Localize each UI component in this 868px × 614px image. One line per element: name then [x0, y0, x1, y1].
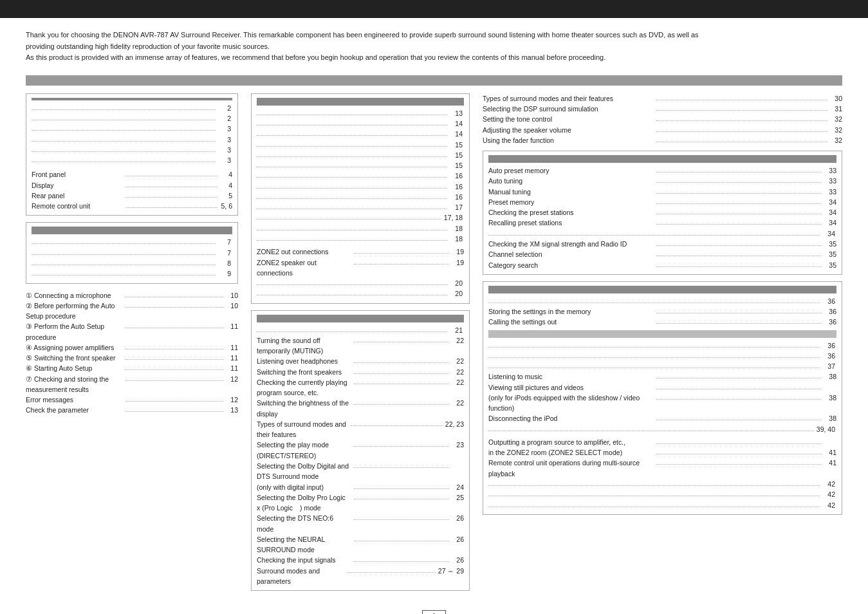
toc-auto-tuning: Auto tuning 33	[488, 176, 836, 186]
section3-autosetup: ① Connecting a microphone 10 ② Before pe…	[26, 290, 238, 416]
plain-entry: 15	[257, 160, 464, 171]
plain-entry: 18	[257, 223, 464, 234]
toc-entry-display: Display 4	[32, 180, 232, 191]
toc-slideshow: (only for iPods equipped with the slides…	[488, 393, 836, 414]
plain-entry: 17	[257, 202, 464, 212]
col-mid: 13 14 14 15 15 15 16 16 16 17 17, 18 18 …	[245, 93, 476, 597]
toc-headphones: Listening over headphones 22	[257, 356, 464, 366]
toc-viewing-pictures: Viewing still pictures and videos	[488, 382, 836, 393]
plain-entry: 42	[488, 500, 836, 510]
toc-zone2-speaker: ZONE2 speaker out connections 19	[257, 257, 464, 279]
toc-preset-memory: Preset memory 34	[488, 197, 836, 207]
plain-entry: 36	[488, 351, 836, 361]
toc-entry-before-autosetup: ② Before performing the Auto Setup proce…	[26, 301, 238, 322]
toc-neural: Selecting the NEURAL SURROUND mode 26	[257, 534, 464, 555]
plain-entry: 36	[488, 296, 836, 306]
mid-section2-title	[257, 315, 464, 322]
plain-entry: 34	[488, 228, 836, 239]
section2-box: 7 7 8 9	[26, 222, 238, 283]
plain-entry: 14	[257, 118, 464, 129]
toc-entry-perform-autosetup: ③ Perform the Auto Setup procedure 11	[26, 321, 238, 342]
plain-entry: 3	[32, 124, 232, 134]
mid-section2-box: 21 Turning the sound off temporarily (MU…	[251, 310, 470, 591]
plain-entry: 42	[488, 489, 836, 499]
col-left: 2 2 3 3 3 3 Front panel 4 Display 4	[26, 93, 245, 597]
toc-category-search: Category search 35	[488, 260, 836, 270]
toc-entry-start-autosetup: ⑥ Starting Auto Setup 11	[26, 363, 238, 373]
plain-entry: 7	[32, 248, 232, 258]
toc-types-surround-r: Types of surround modes and their featur…	[483, 93, 842, 104]
toc-zone2-select: in the ZONE2 room (ZONE2 SELECT mode) 41	[488, 447, 836, 458]
toc-entry-rear-panel: Rear panel 5	[32, 191, 232, 201]
col-right: Types of surround modes and their featur…	[476, 93, 842, 597]
tuner-title	[488, 155, 836, 163]
plain-entry: 2	[32, 113, 232, 124]
toc-channel-sel: Channel selection 35	[488, 249, 836, 259]
plain-entry: 3	[32, 145, 232, 155]
plain-entry: 15	[257, 150, 464, 160]
mid-section1-title	[257, 98, 464, 106]
toc-store-settings: Storing the settings in the memory 36	[488, 306, 836, 317]
toc-disconnect-ipod: Disconnecting the iPod 38	[488, 413, 836, 423]
plain-entry: 13	[257, 108, 464, 118]
toc-entry-switch-front: ⑤ Switching the front speaker 11	[26, 353, 238, 363]
toc-output-program: Outputting a program source to amplifier…	[488, 437, 836, 447]
toc-remote-multi: Remote control unit operations during mu…	[488, 458, 836, 479]
plain-entry: 21	[257, 325, 464, 335]
toc-entry-mic: ① Connecting a microphone 10	[26, 290, 238, 301]
toc-play-mode: Selecting the play mode (DIRECT/STEREO) …	[257, 440, 464, 461]
mid-section1-box: 13 14 14 15 15 15 16 16 16 17 17, 18 18 …	[251, 93, 470, 304]
toc-entry-assign-amp: ④ Assigning power amplifiers 11	[26, 342, 238, 353]
plain-entry: 37	[488, 361, 836, 371]
page-content: Thank you for choosing the DENON AVR-787…	[0, 18, 868, 614]
page-number: 1	[422, 610, 446, 614]
toc-switch-front-spk: Switching the front speakers 22	[257, 367, 464, 377]
toc-entry-front-panel: Front panel 4	[32, 169, 232, 180]
right-section1: Types of surround modes and their featur…	[483, 93, 842, 145]
toc-dsp: Selecting the DSP surround simulation 31	[483, 104, 842, 114]
toc-tone: Setting the tone control 32	[483, 114, 842, 124]
page-number-section: 1	[26, 610, 842, 614]
toc-dts-neo: Selecting the DTS NEO:6 mode 26	[257, 513, 464, 534]
toc-surround-params: Surround modes and parameters 27 ～ 29	[257, 566, 464, 587]
plain-entry: 8	[32, 258, 232, 268]
ipod-title	[488, 330, 836, 338]
toc-entry-check-param: Check the parameter 13	[26, 405, 238, 415]
toc-muting: Turning the sound off temporarily (MUTIN…	[257, 335, 464, 357]
plain-entry: 39, 40	[488, 424, 836, 434]
toc-xm-signal: Checking the XM signal strength and Radi…	[488, 239, 836, 249]
plain-entry: 16	[257, 171, 464, 181]
toc-entry-check-store: ⑦ Checking and storing the measurement r…	[26, 374, 238, 395]
plain-entry: 15	[257, 140, 464, 150]
toc-speaker-vol: Adjusting the speaker volume 32	[483, 125, 842, 135]
toc-columns: 2 2 3 3 3 3 Front panel 4 Display 4	[26, 93, 842, 597]
plain-entry: 20	[257, 288, 464, 299]
plain-entry: 3	[32, 155, 232, 165]
toc-brightness: Switching the brightness of the display …	[257, 398, 464, 419]
plain-entry: 20	[257, 278, 464, 288]
plain-entry: 36	[488, 340, 836, 351]
toc-listening-music: Listening to music 38	[488, 371, 836, 382]
top-bar	[0, 0, 868, 18]
intro-section: Thank you for choosing the DENON AVR-787…	[26, 30, 842, 64]
plain-entry: 3	[32, 135, 232, 145]
toc-check-preset: Checking the preset stations 34	[488, 207, 836, 218]
toc-dolby-pro: Selecting the Dolby Pro Logic x (Pro Log…	[257, 492, 464, 514]
toc-header-bar	[26, 75, 842, 86]
toc-dolby-dts-digital: (only with digital input) 24	[257, 482, 464, 492]
plain-entry: 14	[257, 129, 464, 139]
intro-line1: Thank you for choosing the DENON AVR-787…	[26, 30, 842, 41]
toc-manual-tuning: Manual tuning 33	[488, 187, 836, 197]
settings-title	[488, 286, 836, 293]
section1-title	[32, 98, 232, 100]
intro-line2: providing outstanding high fidelity repr…	[26, 41, 842, 53]
toc-call-settings: Calling the settings out 36	[488, 317, 836, 327]
plain-entry: 16	[257, 192, 464, 202]
plain-entry: 2	[32, 103, 232, 113]
toc-checking-program: Checking the currently playing program s…	[257, 377, 464, 398]
plain-entry: 16	[257, 181, 464, 192]
toc-input-signals: Checking the input signals 26	[257, 555, 464, 565]
toc-entry-remote: Remote control unit 5, 6	[32, 201, 232, 211]
plain-entry: 9	[32, 268, 232, 279]
right-section2-box: Auto preset memory 33 Auto tuning 33 Man…	[483, 151, 842, 275]
